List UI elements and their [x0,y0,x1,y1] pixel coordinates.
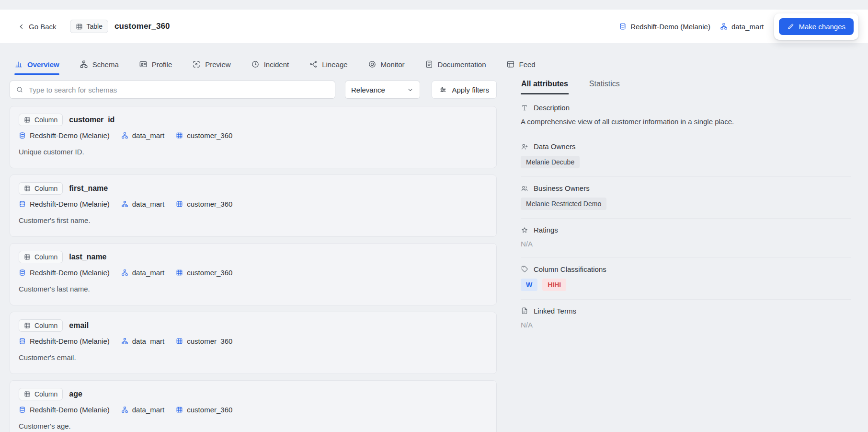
tab-lineage[interactable]: Lineage [309,54,347,75]
attribute-label: Linked Terms [534,307,576,315]
card-breadcrumb: Redshift-Demo (Melanie) data_mart custom… [19,406,488,414]
column-name: email [69,321,89,330]
table-link[interactable]: customer_360 [176,200,232,208]
linked-terms-value: N/A [521,320,851,330]
column-card[interactable]: Column last_name Redshift-Demo (Melanie)… [10,243,497,305]
column-type-label: Column [34,185,57,192]
tab-incident[interactable]: Incident [251,54,289,75]
filter-sliders-icon [439,86,447,93]
overview-icon [14,60,23,69]
column-card[interactable]: Column age Redshift-Demo (Melanie) data_… [10,380,497,432]
schema-link[interactable]: data_mart [121,337,165,345]
column-icon [24,117,31,123]
table-icon [176,338,183,345]
table-link[interactable]: customer_360 [176,131,232,140]
schema-icon [121,132,128,139]
attribute-label-row: Description [521,104,851,112]
tab-documentation[interactable]: Documentation [425,54,486,75]
column-icon [24,185,31,192]
attribute-linked-terms: Linked Terms N/A [521,300,851,338]
apply-filters-button[interactable]: Apply filters [432,81,497,99]
column-type-label: Column [34,116,57,124]
ratings-value: N/A [521,239,851,249]
document-icon [425,60,434,69]
tab-overview[interactable]: Overview [14,54,59,75]
database-icon [19,338,26,345]
tab-statistics[interactable]: Statistics [589,78,620,94]
sidebar-tabs: All attributes Statistics [521,78,851,94]
classification-pill[interactable]: HIHI [542,279,566,291]
schema-icon [121,269,128,276]
go-back-button[interactable]: Go Back [14,21,59,33]
attribute-label-row: Business Owners [521,184,851,192]
attributes-panel: All attributes Statistics Description A … [508,76,868,432]
owner-pill[interactable]: Melanie Restricted Demo [521,198,606,210]
tab-profile[interactable]: Profile [139,54,172,75]
owner-pill[interactable]: Melanie Decube [521,156,580,168]
connection-link[interactable]: Redshift-Demo (Melanie) [19,131,110,140]
pill-row: W HIHI [521,279,851,291]
tab-monitor[interactable]: Monitor [368,54,405,75]
attribute-label-row: Column Classifications [521,265,851,273]
tab-all-attributes[interactable]: All attributes [521,78,569,94]
asset-type-label: Table [87,23,103,30]
connection-link[interactable]: Redshift-Demo (Melanie) [619,23,710,31]
tab-label: Feed [519,60,536,69]
schema-link[interactable]: data_mart [121,406,165,414]
column-name: customer_id [69,116,114,124]
chevron-left-icon [17,23,25,31]
tab-label: Schema [92,60,119,69]
table-icon [176,200,183,208]
column-type-label: Column [34,253,57,261]
search-box [10,81,335,99]
column-type-label: Column [34,390,57,398]
column-type-badge: Column [19,319,63,332]
sort-select[interactable]: Relevance [345,81,420,99]
schema-link[interactable]: data_mart [121,200,165,208]
tab-label: Incident [264,60,289,69]
tab-feed[interactable]: Feed [506,54,536,75]
attribute-ratings: Ratings N/A [521,219,851,257]
lineage-icon [309,60,318,69]
table-name: customer_360 [187,200,232,208]
table-link[interactable]: customer_360 [176,337,232,345]
connection-link[interactable]: Redshift-Demo (Melanie) [19,406,110,414]
schema-icon [720,23,728,30]
database-icon [19,269,26,276]
attribute-label: Business Owners [534,184,590,192]
classification-pill[interactable]: W [521,279,537,291]
schema-link[interactable]: data_mart [720,23,764,31]
schema-icon [80,60,88,69]
column-card[interactable]: Column first_name Redshift-Demo (Melanie… [10,175,497,237]
column-icon [24,322,31,329]
column-type-badge: Column [19,114,63,126]
table-link[interactable]: customer_360 [176,406,232,414]
connection-link[interactable]: Redshift-Demo (Melanie) [19,269,110,277]
tab-preview[interactable]: Preview [192,54,230,75]
column-card[interactable]: Column customer_id Redshift-Demo (Melani… [10,106,497,168]
table-link[interactable]: customer_360 [176,269,232,277]
star-icon [521,226,528,234]
attribute-label-row: Linked Terms [521,307,851,315]
column-name: age [69,390,82,398]
page-title: customer_360 [114,22,170,31]
connection-name: Redshift-Demo (Melanie) [30,131,110,140]
pill-row: Melanie Restricted Demo [521,198,851,210]
schema-name: data_mart [132,269,165,277]
column-card[interactable]: Column email Redshift-Demo (Melanie) dat… [10,312,497,374]
attribute-description: Description A comprehensive view of all … [521,96,851,135]
make-changes-button[interactable]: Make changes [779,18,854,35]
users-icon [521,185,528,192]
attribute-label: Data Owners [534,142,576,151]
tab-schema[interactable]: Schema [80,54,119,75]
schema-link[interactable]: data_mart [121,131,165,140]
column-description: Unique customer ID. [19,148,488,156]
tab-label: Monitor [381,60,405,69]
schema-link[interactable]: data_mart [121,269,165,277]
column-type-badge: Column [19,388,63,400]
search-input[interactable] [28,85,329,94]
connection-link[interactable]: Redshift-Demo (Melanie) [19,337,110,345]
table-icon [176,132,183,139]
connection-link[interactable]: Redshift-Demo (Melanie) [19,200,110,208]
table-name: customer_360 [187,269,232,277]
